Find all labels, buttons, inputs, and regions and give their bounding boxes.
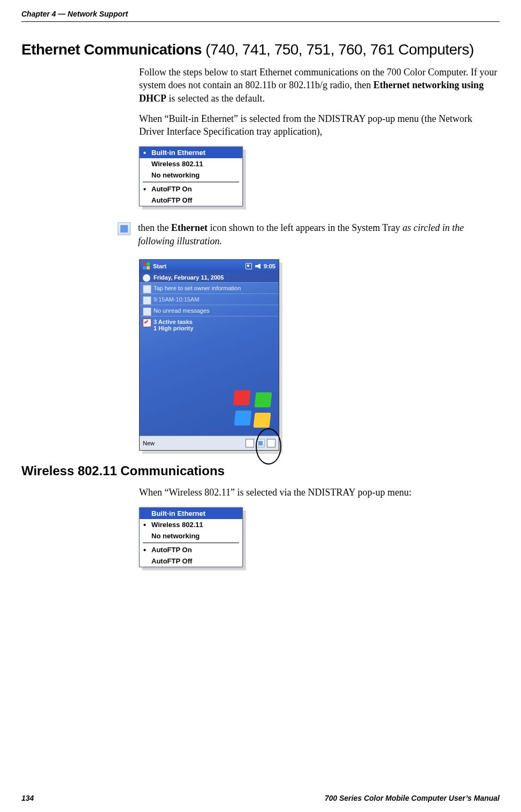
mail-icon [143, 307, 151, 316]
p1c: is selected as the default. [166, 93, 265, 104]
tasks-row[interactable]: 3 Active tasks 1 High priority [140, 316, 279, 334]
menu-item-autoftp-off[interactable]: AutoFTP Off [140, 195, 242, 206]
menu-item-builtin-ethernet[interactable]: Built-in Ethernet [140, 147, 242, 158]
section-heading-wireless: Wireless 802.11 Communications [0, 451, 521, 478]
menu2-item-builtin-ethernet[interactable]: Built-in Ethernet [140, 508, 242, 519]
owner-icon [143, 285, 151, 293]
icon-text-a: then the [138, 222, 171, 233]
section-heading-ethernet: Ethernet Communications (740, 741, 750, … [0, 35, 521, 58]
today-date[interactable]: Friday, February 11, 2005 [140, 273, 279, 282]
icon-caption: then the Ethernet icon shown to the left… [138, 221, 500, 248]
paragraph-builtin: When “Built-in Ethernet” is selected fro… [139, 112, 500, 138]
start-label: Start [153, 263, 166, 269]
ppc-taskbar: Start 9:05 [140, 260, 279, 273]
menu-item-wireless[interactable]: Wireless 802.11 [140, 158, 242, 169]
pocketpc-today-screen: Start 9:05 Friday, February 11, 2005 Tap… [139, 259, 279, 451]
tray-misc-icon[interactable] [267, 439, 275, 447]
heading-bold: Ethernet Communications [21, 41, 202, 58]
tasks-icon [143, 319, 151, 327]
ethernet-icon [118, 222, 131, 235]
page-number: 134 [21, 794, 34, 802]
heading-rest: (740, 741, 750, 751, 760, 761 Computers) [202, 41, 474, 58]
start-button[interactable]: Start [143, 262, 166, 270]
calendar-icon [143, 296, 151, 305]
tasks-line1: 3 Active tasks [154, 319, 193, 325]
ndistray-menu-builtin: Built-in Ethernet Wireless 802.11 No net… [139, 146, 243, 206]
tray-network-icon[interactable] [246, 439, 254, 447]
connectivity-icon[interactable] [246, 263, 252, 269]
owner-info-row[interactable]: Tap here to set owner information [140, 282, 279, 293]
new-button[interactable]: New [143, 440, 155, 446]
menu-separator [143, 182, 239, 182]
system-tray [246, 439, 275, 447]
tasks-line2: 1 High priority [154, 325, 194, 331]
icon-text-c: icon shown to the left appears in the Sy… [208, 222, 402, 233]
calendar-row[interactable]: 9:15AM-10:15AM [140, 293, 279, 305]
menu2-item-autoftp-off[interactable]: AutoFTP Off [140, 555, 242, 567]
icon-text-b: Ethernet [171, 222, 208, 233]
ndistray-menu-wireless: Built-in Ethernet Wireless 802.11 No net… [139, 507, 243, 567]
windows-logo-icon [234, 390, 271, 428]
messages-row[interactable]: No unread messages [140, 305, 279, 316]
menu2-item-no-networking[interactable]: No networking [140, 530, 242, 542]
manual-title: 700 Series Color Mobile Computer User’s … [325, 794, 500, 802]
menu-item-autoftp-on[interactable]: AutoFTP On [140, 183, 242, 195]
clock-time[interactable]: 9:05 [264, 263, 275, 269]
header-rule [21, 21, 500, 22]
menu2-item-wireless[interactable]: Wireless 802.11 [140, 519, 242, 530]
windows-flag-icon [143, 262, 150, 270]
paragraph-wireless: When “Wireless 802.11” is selected via t… [139, 486, 500, 499]
speaker-icon[interactable] [255, 264, 260, 269]
paragraph-intro: Follow the steps below to start Ethernet… [139, 66, 500, 105]
menu2-item-autoftp-on[interactable]: AutoFTP On [140, 544, 242, 555]
menu2-separator [143, 543, 239, 543]
tray-ethernet-icon[interactable] [256, 439, 265, 447]
menu-item-no-networking[interactable]: No networking [140, 169, 242, 181]
running-header-left: Chapter 4 — Network Support [21, 10, 128, 18]
